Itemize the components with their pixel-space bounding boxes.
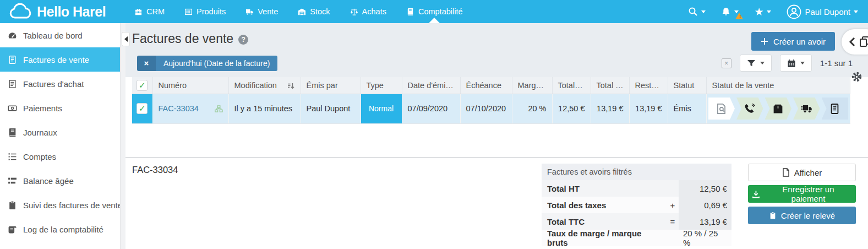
sidebar-scrollbar[interactable]: [120, 23, 125, 249]
favorites-button[interactable]: ★: [754, 7, 771, 17]
caret-down-icon: [701, 10, 706, 15]
filter-bar: × Aujourd'hui (Date de la facture) × 1-1…: [132, 55, 868, 72]
sidebar-item-comptes[interactable]: Comptes: [0, 144, 125, 169]
summary-label: Taux de marge / marque bruts: [542, 230, 667, 246]
select-all-checkbox[interactable]: ✓: [137, 80, 148, 91]
sidebar-item-paiements[interactable]: Paiements: [0, 96, 125, 120]
filter-chip-today[interactable]: × Aujourd'hui (Date de la facture): [137, 56, 277, 71]
sidebar-item-factures-de-vente[interactable]: Factures de vente: [0, 47, 125, 72]
summary-row-taxes: Total des taxes + 0,69 €: [542, 197, 731, 213]
related-records-icon[interactable]: [215, 105, 223, 113]
export-icon[interactable]: ×: [722, 58, 731, 68]
create-credit-note-button[interactable]: Créer un avoir: [751, 32, 835, 51]
view-button-label: Afficher: [794, 168, 822, 177]
plus-icon: [761, 37, 768, 45]
sidebar-item-label: Comptes: [23, 152, 56, 161]
invoice-link[interactable]: FAC-33034: [159, 104, 199, 113]
stage-confirmed[interactable]: [736, 98, 763, 120]
sidebar-item-label: Paiements: [23, 104, 62, 113]
app-logo[interactable]: Hello Harel: [0, 3, 125, 20]
col-date-emission[interactable]: Date d'émis…: [402, 77, 460, 94]
cell-restant: 13,19 €: [629, 94, 668, 123]
help-icon[interactable]: ?: [238, 35, 248, 45]
register-payment-button[interactable]: Enregistrer un paiement: [748, 185, 856, 203]
stage-shipped[interactable]: [793, 98, 820, 120]
attachments-panel-handle[interactable]: [842, 29, 868, 55]
col-type[interactable]: Type: [361, 77, 402, 94]
warehouse-icon: [298, 8, 306, 16]
col-total-ht[interactable]: Total HT: [552, 77, 591, 94]
cell-marge: 20 %: [512, 94, 552, 123]
nav-stock[interactable]: Stock: [298, 0, 330, 23]
caret-down-icon: [854, 10, 858, 15]
remove-filter-icon[interactable]: ×: [137, 56, 156, 71]
page-header: Factures de vente ? Créer un avoir × Auj…: [125, 23, 868, 77]
col-statut[interactable]: Statut: [668, 77, 706, 94]
sidebar-item-suivi-factures[interactable]: Suivi des factures de vente: [0, 193, 125, 217]
col-statut-vente[interactable]: Statut de la vente: [706, 77, 850, 94]
statement-button-label: Créer le relevé: [781, 211, 835, 220]
user-menu[interactable]: Paul Dupont: [787, 4, 858, 19]
col-emis-par[interactable]: Émis par: [301, 77, 361, 94]
summary-value: 20 % / 25 %: [679, 230, 731, 246]
cell-total-ttc: 13,19 €: [591, 94, 629, 123]
stage-invoiced[interactable]: [822, 98, 849, 120]
summary-value: 0,69 €: [679, 197, 731, 213]
scales-icon: [350, 8, 358, 16]
table-row[interactable]: ✓ FAC-33034 Il y a 15 minutes Paul Dupon…: [132, 94, 850, 123]
nav-vente[interactable]: Vente: [245, 0, 278, 23]
shipping-icon: [801, 103, 812, 115]
main-nav: CRM Produits Vente Stock Achats Comptabi…: [134, 0, 463, 23]
summary-title: Factures et avoirs filtrés: [542, 164, 731, 180]
col-modification-label: Modification: [234, 81, 277, 90]
sidebar-item-factures-achat[interactable]: Factures d'achat: [0, 72, 125, 96]
nav-achats[interactable]: Achats: [350, 0, 386, 23]
date-filter-button[interactable]: [780, 55, 812, 72]
invoice-icon: [829, 103, 840, 115]
bell-icon: [721, 7, 731, 17]
notifications-button[interactable]: !: [721, 7, 739, 17]
sidebar-item-journaux[interactable]: Journaux: [0, 120, 125, 144]
sidebar-item-tableau-de-bord[interactable]: Tableau de bord: [0, 23, 125, 47]
sidebar-item-log-comptabilite[interactable]: Log de la comptabilité: [0, 217, 125, 241]
sidebar-item-label: Tableau de bord: [23, 31, 83, 40]
sidebar-item-label: Factures de vente: [23, 55, 89, 64]
sidebar: Tableau de bord Factures de vente Factur…: [0, 23, 125, 249]
nav-comptabilite[interactable]: Comptabilité: [406, 0, 463, 23]
sidebar-item-balance-agee[interactable]: Balance âgée: [0, 169, 125, 193]
col-restant[interactable]: Restant: [629, 77, 668, 94]
nav-produits[interactable]: Produits: [184, 0, 226, 23]
nav-label: Produits: [196, 7, 226, 16]
col-modification[interactable]: Modification: [228, 77, 301, 94]
user-name: Paul Dupont: [805, 7, 850, 17]
nav-label: Achats: [362, 7, 386, 16]
cell-total-ht: 12,50 €: [552, 94, 591, 123]
record-name: FAC-33034: [132, 164, 542, 249]
stage-packed[interactable]: [765, 98, 792, 120]
create-statement-button[interactable]: Créer le relevé: [748, 207, 856, 224]
sidebar-collapse-button[interactable]: [122, 32, 130, 46]
col-numero[interactable]: Numéro: [152, 77, 228, 94]
sidebar-item-label: Log de la comptabilité: [23, 225, 103, 234]
tasks-icon: [8, 176, 17, 186]
nav-crm[interactable]: CRM: [134, 0, 165, 23]
cell-numero: FAC-33034: [152, 94, 228, 123]
global-search-button[interactable]: [688, 7, 706, 17]
create-button-label: Créer un avoir: [773, 37, 826, 46]
stage-quotation[interactable]: [708, 98, 735, 120]
view-button[interactable]: Afficher: [748, 164, 856, 181]
caret-down-icon: [767, 10, 771, 15]
col-total-ttc[interactable]: Total TTC: [591, 77, 629, 94]
main-content: Factures de vente ? Créer un avoir × Auj…: [125, 23, 868, 249]
chevron-left-icon: [849, 37, 856, 47]
table-settings-gear-icon[interactable]: [851, 72, 862, 82]
col-marge[interactable]: Marge …: [512, 77, 552, 94]
search-icon: [688, 7, 698, 17]
record-actions: Afficher Enregistrer un paiement Créer l…: [748, 164, 856, 249]
summary-operator: [667, 230, 679, 246]
sidebar-item-label: Suivi des factures de vente: [23, 201, 122, 210]
filter-menu-button[interactable]: [740, 55, 772, 72]
row-checkbox[interactable]: ✓: [137, 103, 148, 114]
sidebar-item-label: Factures d'achat: [23, 79, 84, 89]
col-echeance[interactable]: Échéance: [460, 77, 512, 94]
